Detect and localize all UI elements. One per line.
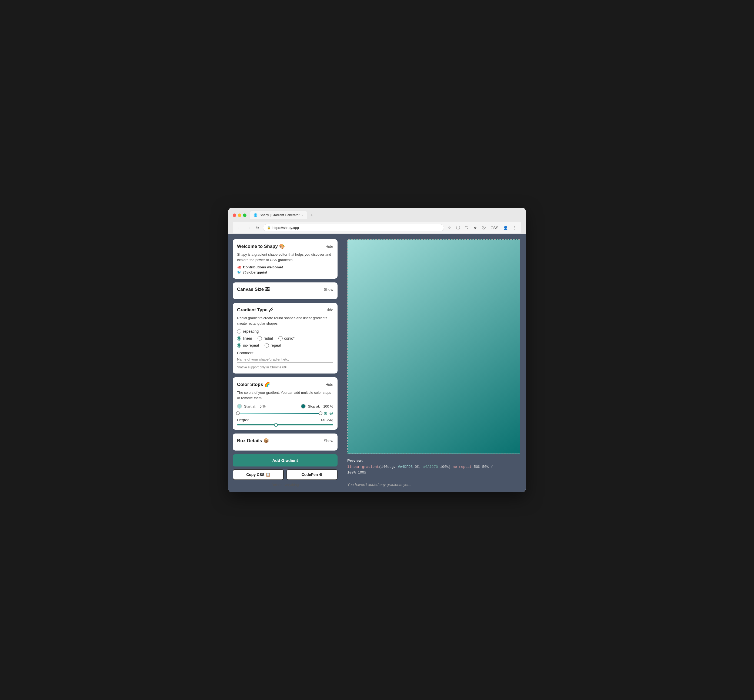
welcome-card: Welcome to Shapy 🎨 Hide Shapy is a gradi… bbox=[233, 239, 337, 279]
repeat-option[interactable]: repeat bbox=[265, 343, 281, 348]
browser-titlebar: 🌐 Shapy | Gradient Generator × + bbox=[233, 211, 521, 219]
color-slider-container: ⊕ ⊖ bbox=[237, 411, 333, 416]
comment-label: Comment: bbox=[237, 351, 333, 355]
css-icon[interactable]: CSS bbox=[489, 225, 500, 231]
menu-icon[interactable]: ⋮ bbox=[511, 225, 518, 231]
canvas-size-card: Canvas Size 🖼 Show bbox=[233, 283, 337, 299]
preview-code: linear-gradient(146deg, #A4DFDB 0%, #0A7… bbox=[347, 464, 520, 476]
stop-controls: ⊕ ⊖ bbox=[323, 411, 333, 416]
action-buttons: Copy CSS 📋 CodePen ⚙ bbox=[233, 469, 337, 480]
stop-color-dot[interactable] bbox=[301, 404, 306, 409]
back-button[interactable]: ← bbox=[236, 225, 243, 231]
delete-link[interactable]: Delete everything bbox=[233, 483, 337, 487]
tab-close-icon[interactable]: × bbox=[301, 214, 303, 217]
bookmark-icon[interactable]: ☆ bbox=[446, 225, 453, 231]
box-details-card: Box Details 📦 Show bbox=[233, 433, 337, 450]
app-content: Welcome to Shapy 🎨 Hide Shapy is a gradi… bbox=[228, 234, 526, 492]
start-color-dot[interactable] bbox=[237, 404, 242, 409]
box-details-title: Box Details 📦 bbox=[237, 438, 269, 444]
active-tab[interactable]: 🌐 Shapy | Gradient Generator × bbox=[250, 211, 307, 219]
codepen-button[interactable]: CodePen ⚙ bbox=[286, 469, 337, 480]
color-stops-title: Color Stops 🌈 bbox=[237, 381, 270, 387]
repeat-row: no-repeat repeat bbox=[237, 343, 333, 348]
welcome-description: Shapy is a gradient shape editor that he… bbox=[237, 252, 333, 262]
lock-icon: 🔒 bbox=[267, 226, 271, 230]
new-tab-button[interactable]: + bbox=[308, 212, 315, 219]
gradient-type-options: repeating linear radial bbox=[237, 329, 333, 348]
tab-favicon: 🌐 bbox=[253, 213, 258, 217]
maximize-button[interactable] bbox=[243, 214, 247, 217]
canvas-size-header: Canvas Size 🖼 Show bbox=[237, 287, 333, 292]
start-pct: 0 % bbox=[260, 404, 265, 408]
preview-label: Preview: bbox=[347, 458, 520, 463]
add-stop-button[interactable]: ⊕ bbox=[323, 411, 328, 416]
start-thumb[interactable] bbox=[236, 411, 240, 415]
degree-value: 146 deg bbox=[320, 418, 333, 422]
add-gradient-button[interactable]: Add Gradient bbox=[233, 454, 337, 467]
gradient-type-header: Gradient Type 🖊 Hide bbox=[237, 307, 333, 313]
native-note: *native support only in Chrome 69+ bbox=[237, 366, 333, 369]
conic-option[interactable]: conic* bbox=[278, 336, 295, 341]
address-bar[interactable]: 🔒 https://shapy.app bbox=[263, 224, 444, 231]
close-button[interactable] bbox=[233, 214, 236, 217]
welcome-links: 🐙 Contributions welcome! 🐦 @vicbergquist bbox=[237, 265, 333, 274]
repeat-radio[interactable] bbox=[265, 343, 269, 348]
no-gradients-message: You haven't added any gradients yet... bbox=[347, 483, 520, 487]
github-link[interactable]: 🐙 Contributions welcome! bbox=[237, 265, 333, 269]
comment-input[interactable] bbox=[237, 356, 333, 363]
toolbar-icons: ☆ ⓘ 🛡 ❖ Ⓐ CSS 👤 ⋮ bbox=[446, 224, 518, 231]
no-repeat-option[interactable]: no-repeat bbox=[237, 343, 259, 348]
copy-css-button[interactable]: Copy CSS 📋 bbox=[233, 469, 284, 480]
twitter-link[interactable]: 🐦 @vicbergquist bbox=[237, 270, 333, 274]
color-stops-row: Start at: 0 % Stop at: 100 % bbox=[237, 404, 333, 409]
tab-bar: 🌐 Shapy | Gradient Generator × + bbox=[250, 211, 315, 219]
color-stops-header: Color Stops 🌈 Hide bbox=[237, 381, 333, 387]
degree-label: Degree: bbox=[237, 418, 251, 422]
comment-section: Comment: bbox=[237, 351, 333, 363]
canvas-size-title: Canvas Size 🖼 bbox=[237, 287, 270, 292]
code-color1: #A4DFDB bbox=[398, 465, 413, 469]
welcome-title: Welcome to Shapy 🎨 bbox=[237, 244, 285, 249]
box-details-toggle[interactable]: Show bbox=[324, 439, 333, 443]
left-panel: Welcome to Shapy 🎨 Hide Shapy is a gradi… bbox=[228, 234, 342, 492]
degree-slider-track[interactable] bbox=[237, 424, 333, 425]
minimize-button[interactable] bbox=[238, 214, 241, 217]
right-panel: Preview: linear-gradient(146deg, #A4DFDB… bbox=[342, 234, 526, 492]
color-stops-toggle[interactable]: Hide bbox=[325, 383, 333, 387]
canvas-size-toggle[interactable]: Show bbox=[324, 287, 333, 292]
degree-thumb[interactable] bbox=[274, 423, 278, 427]
preview-divider bbox=[347, 479, 520, 479]
color-stops-description: The colors of your gradient. You can add… bbox=[237, 390, 333, 400]
conic-radio[interactable] bbox=[278, 336, 283, 341]
layers-icon[interactable]: ❖ bbox=[472, 225, 479, 231]
forward-button[interactable]: → bbox=[245, 225, 252, 231]
radial-radio[interactable] bbox=[258, 336, 262, 341]
linear-radio[interactable] bbox=[237, 336, 241, 341]
twitter-icon: 🐦 bbox=[237, 270, 241, 274]
info-icon[interactable]: ⓘ bbox=[454, 224, 462, 231]
code-function: linear-gradient bbox=[347, 465, 379, 469]
code-color2: #0A7270 bbox=[423, 465, 438, 469]
account-icon[interactable]: Ⓐ bbox=[480, 224, 487, 231]
box-details-header: Box Details 📦 Show bbox=[237, 438, 333, 444]
stop-thumb[interactable] bbox=[318, 411, 322, 415]
gradient-type-toggle[interactable]: Hide bbox=[325, 308, 333, 312]
canvas-area bbox=[347, 239, 520, 454]
radial-option[interactable]: radial bbox=[258, 336, 273, 341]
linear-option[interactable]: linear bbox=[237, 336, 252, 341]
repeating-radio[interactable] bbox=[237, 329, 241, 333]
reload-button[interactable]: ↻ bbox=[254, 225, 261, 231]
github-icon: 🐙 bbox=[237, 265, 241, 269]
stop-pct: 100 % bbox=[323, 404, 333, 408]
no-repeat-radio[interactable] bbox=[237, 343, 241, 348]
welcome-toggle[interactable]: Hide bbox=[325, 244, 333, 248]
profile-avatar[interactable]: 👤 bbox=[501, 225, 509, 231]
repeating-option[interactable]: repeating bbox=[237, 329, 259, 333]
browser-chrome: 🌐 Shapy | Gradient Generator × + ← → ↻ 🔒… bbox=[228, 208, 526, 234]
remove-stop-button[interactable]: ⊖ bbox=[329, 411, 333, 416]
shield-icon[interactable]: 🛡 bbox=[463, 225, 470, 231]
color-slider-track[interactable] bbox=[237, 413, 321, 414]
start-label: Start at: bbox=[244, 404, 256, 408]
tab-title: Shapy | Gradient Generator bbox=[260, 213, 300, 217]
preview-section: Preview: linear-gradient(146deg, #A4DFDB… bbox=[347, 458, 520, 487]
